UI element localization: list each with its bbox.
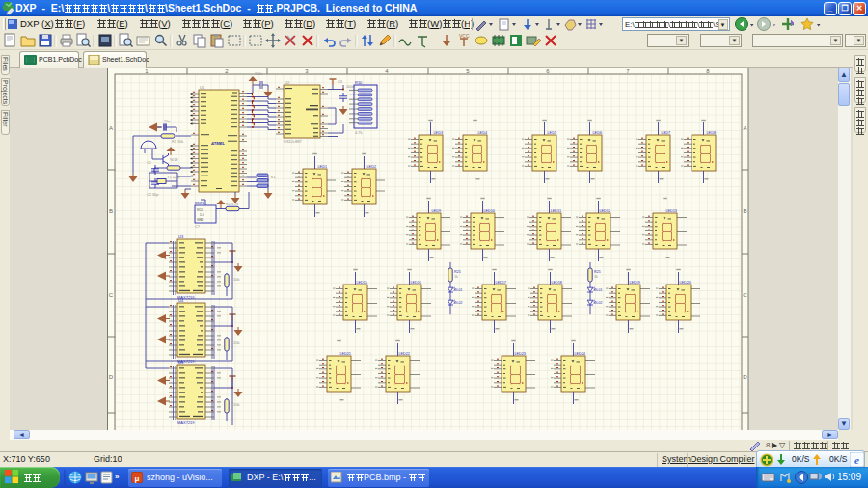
svg-text:LED8: LED8: [707, 131, 717, 135]
svg-text:LED24: LED24: [574, 352, 585, 356]
svg-text:VCC: VCC: [459, 33, 470, 39]
svg-text:LED10: LED10: [483, 209, 495, 213]
svg-text:ATMEL: ATMEL: [210, 141, 226, 146]
svg-text:U1: U1: [200, 85, 205, 90]
svg-text:C?: C?: [195, 225, 200, 229]
svg-text:LED16: LED16: [410, 281, 421, 285]
svg-text:DL01: DL01: [594, 288, 602, 292]
svg-text:LED15: LED15: [356, 281, 367, 285]
svg-text:D: D: [109, 374, 114, 380]
svg-text:C: C: [743, 292, 747, 298]
svg-text:LED3: LED3: [434, 131, 444, 135]
svg-text:R21: R21: [454, 270, 461, 274]
svg-text:R21: R21: [594, 270, 601, 274]
svg-text:LED17: LED17: [495, 281, 506, 285]
svg-text:LED5: LED5: [548, 131, 557, 135]
svg-text:A: A: [109, 125, 113, 131]
svg-text:U4: U4: [178, 298, 184, 303]
svg-text:10n: 10n: [164, 120, 170, 123]
svg-text:LED7: LED7: [662, 131, 671, 135]
svg-text:LED21: LED21: [339, 352, 351, 356]
svg-text:C: C: [109, 292, 114, 298]
svg-text:4.7k: 4.7k: [355, 130, 363, 135]
svg-text:LED22: LED22: [398, 352, 410, 356]
svg-text:R1 10k: R1 10k: [172, 140, 183, 144]
svg-text:U3: U3: [178, 234, 184, 239]
svg-text:GND: GND: [197, 218, 204, 222]
svg-text:1k: 1k: [594, 275, 598, 279]
svg-text:LED2: LED2: [367, 165, 377, 169]
svg-text:1.0: 1.0: [200, 213, 204, 217]
svg-text:DL02: DL02: [454, 301, 462, 305]
svg-text:R10: R10: [355, 80, 363, 85]
svg-text:LED6: LED6: [593, 131, 603, 135]
svg-text:Y1 12M: Y1 12M: [167, 176, 179, 179]
svg-text:R2 4.7k: R2 4.7k: [226, 203, 238, 206]
svg-text:BNT1: BNT1: [195, 201, 205, 205]
svg-text:LED9: LED9: [432, 209, 442, 213]
svg-text:MAX7219: MAX7219: [177, 420, 195, 425]
svg-text:1k: 1k: [454, 275, 458, 279]
svg-text:DL02: DL02: [594, 301, 602, 305]
svg-text:LED11: LED11: [551, 209, 561, 213]
svg-text:LED1: LED1: [318, 165, 328, 169]
svg-text:D: D: [743, 374, 747, 380]
svg-text:DL01: DL01: [454, 288, 462, 292]
svg-text:μ: μ: [135, 474, 140, 483]
svg-text:K1: K1: [271, 176, 276, 179]
svg-text:C1: C1: [147, 161, 151, 165]
svg-text:U5: U5: [178, 360, 184, 365]
svg-text:DS12c887: DS12c887: [284, 139, 302, 144]
svg-text:VCC: VCC: [197, 208, 203, 212]
svg-text:A: A: [743, 125, 746, 131]
svg-text:LED4: LED4: [478, 131, 488, 135]
svg-text:LED20: LED20: [679, 281, 691, 285]
svg-text:LED12: LED12: [599, 209, 610, 213]
svg-text:100n: 100n: [346, 85, 354, 89]
svg-text:»: »: [115, 473, 120, 481]
svg-text:LED13: LED13: [665, 209, 677, 213]
svg-text:LED19: LED19: [629, 281, 640, 285]
svg-text:C3: C3: [338, 80, 342, 84]
svg-text:100n: 100n: [255, 72, 262, 76]
svg-text:e: e: [854, 454, 859, 466]
svg-text:B: B: [109, 208, 113, 214]
svg-text:LED23: LED23: [514, 352, 526, 356]
svg-text:U2: U2: [285, 80, 290, 85]
svg-text:9013: 9013: [170, 158, 177, 162]
svg-text:LED18: LED18: [551, 281, 562, 285]
svg-text:B: B: [743, 208, 746, 214]
svg-text:C2 30p: C2 30p: [147, 193, 158, 197]
